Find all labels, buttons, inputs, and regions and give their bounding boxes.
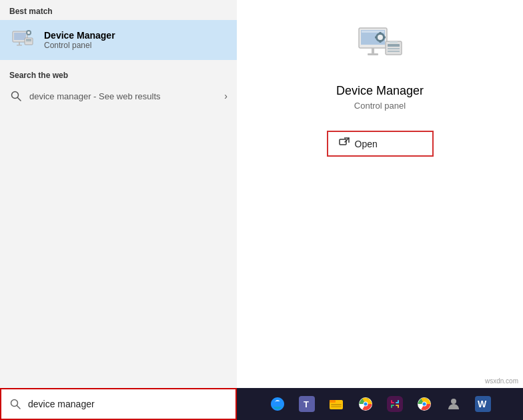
start-menu: Best match: [0, 0, 523, 420]
search-bar[interactable]: [0, 388, 237, 420]
svg-rect-44: [398, 400, 399, 403]
svg-rect-19: [388, 51, 400, 52]
svg-rect-36: [331, 406, 342, 407]
edge-taskbar-icon[interactable]: [264, 391, 291, 417]
svg-rect-26: [384, 37, 386, 39]
svg-line-28: [345, 138, 349, 142]
person-taskbar-icon[interactable]: [440, 391, 467, 417]
slack-taskbar-icon[interactable]: [382, 391, 408, 417]
svg-rect-18: [388, 48, 400, 49]
svg-rect-46: [391, 405, 392, 408]
web-result-item[interactable]: device manager - See web results ›: [0, 84, 237, 108]
svg-rect-23: [379, 32, 381, 34]
svg-point-52: [451, 399, 456, 404]
explorer-taskbar-icon[interactable]: [323, 391, 350, 417]
best-match-item[interactable]: Device Manager Control panel: [0, 20, 237, 60]
svg-rect-1: [14, 33, 26, 40]
svg-rect-35: [331, 404, 342, 405]
search-input[interactable]: [28, 399, 227, 409]
svg-rect-34: [330, 400, 336, 403]
taskbar-icons: T: [237, 388, 523, 420]
svg-point-22: [378, 35, 383, 40]
taskbar: T: [0, 388, 523, 420]
device-manager-small-icon: [9, 27, 36, 53]
taskbar-search-icon: [9, 398, 21, 410]
app-title: Device Manager: [336, 84, 424, 98]
chrome-taskbar-icon[interactable]: [352, 391, 379, 417]
svg-line-10: [18, 98, 21, 101]
left-panel: Best match: [0, 0, 237, 420]
search-icon: [9, 89, 23, 103]
best-match-label: Best match: [0, 0, 237, 20]
svg-rect-5: [26, 39, 31, 41]
svg-rect-6: [26, 41, 31, 42]
svg-point-51: [422, 403, 426, 406]
open-button[interactable]: Open: [327, 131, 434, 157]
open-icon: [339, 137, 350, 150]
svg-line-30: [17, 406, 21, 409]
svg-rect-42: [391, 400, 392, 403]
watermark: wsxdn.com: [483, 377, 520, 385]
svg-rect-48: [398, 405, 399, 408]
right-panel: Device Manager Control panel Open wsxdn.…: [237, 0, 523, 420]
best-match-app-subtitle: Control panel: [44, 41, 115, 50]
svg-rect-20: [390, 41, 398, 43]
svg-point-39: [364, 403, 367, 406]
svg-rect-2: [19, 42, 20, 45]
svg-rect-40: [387, 396, 403, 412]
device-manager-large-icon: [354, 20, 407, 73]
search-web-label: Search the web: [0, 61, 237, 84]
word-taskbar-icon[interactable]: W: [470, 391, 496, 417]
open-label: Open: [355, 139, 378, 149]
svg-rect-25: [375, 37, 377, 39]
svg-text:T: T: [304, 399, 309, 409]
teams-taskbar-icon[interactable]: T: [294, 391, 320, 417]
best-match-app-name: Device Manager: [44, 30, 115, 41]
best-match-text: Device Manager Control panel: [44, 30, 115, 50]
svg-rect-14: [372, 48, 374, 53]
app-subtitle-right: Control panel: [354, 101, 406, 111]
chrome2-taskbar-icon[interactable]: [411, 391, 438, 417]
svg-rect-17: [388, 44, 400, 47]
svg-text:W: W: [478, 399, 487, 409]
web-result-text: device manager - See web results: [29, 91, 224, 101]
svg-rect-15: [368, 53, 378, 55]
chevron-right-icon: ›: [224, 91, 227, 101]
svg-rect-3: [17, 45, 22, 46]
svg-point-8: [27, 31, 30, 34]
svg-rect-24: [379, 41, 381, 43]
